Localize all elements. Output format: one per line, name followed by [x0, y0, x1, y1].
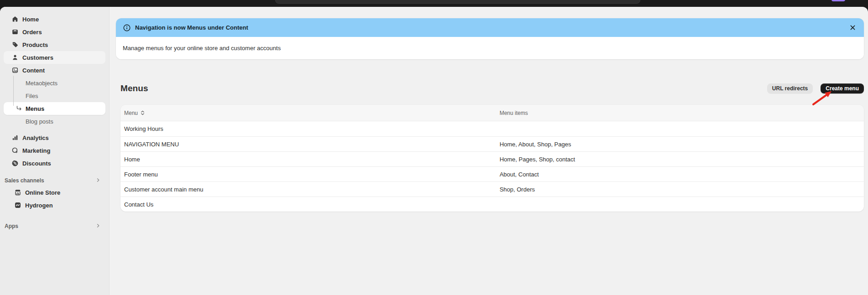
- sidebar-section-apps[interactable]: Apps: [4, 221, 105, 232]
- sidebar-item-label: Orders: [22, 29, 42, 36]
- sidebar-item-label: Products: [22, 41, 48, 48]
- section-label: Sales channels: [5, 177, 44, 184]
- sidebar-item-files[interactable]: Files: [4, 89, 105, 102]
- menu-items-cell: Home, About, Shop, Pages: [496, 141, 864, 148]
- table-header-row: Menu Menu items: [120, 105, 864, 121]
- table-row[interactable]: Customer account main menu Shop, Orders: [120, 181, 864, 197]
- app-frame: Home Orders Products Customers: [0, 7, 868, 295]
- nav-group-gap: [0, 128, 109, 131]
- sidebar-item-label: Files: [26, 93, 38, 99]
- menu-name-cell[interactable]: Contact Us: [120, 201, 496, 208]
- sidebar-item-hydrogen[interactable]: Hydrogen: [4, 199, 105, 212]
- sort-icon[interactable]: [140, 110, 145, 115]
- customers-icon: [11, 54, 19, 61]
- table-row[interactable]: Contact Us: [120, 197, 864, 212]
- menu-name-cell[interactable]: Customer account main menu: [120, 186, 496, 193]
- menus-table: Menu Menu items Working Hours NAVIGATION…: [120, 105, 864, 212]
- info-banner: Navigation is now Menus under Content Ma…: [116, 18, 864, 59]
- menu-name-cell[interactable]: Footer menu: [120, 171, 496, 178]
- sidebar-item-marketing[interactable]: Marketing: [4, 144, 105, 157]
- sidebar: Home Orders Products Customers: [0, 7, 110, 295]
- sidebar-item-orders[interactable]: Orders: [4, 26, 105, 38]
- table-row[interactable]: NAVIGATION MENU Home, About, Shop, Pages: [120, 136, 864, 151]
- url-redirects-button[interactable]: URL redirects: [767, 83, 813, 93]
- info-banner-header: Navigation is now Menus under Content: [116, 18, 864, 37]
- menu-items-cell: About, Contact: [496, 171, 864, 178]
- sidebar-item-label: Marketing: [22, 147, 50, 154]
- sidebar-item-label: Content: [22, 67, 45, 74]
- sidebar-item-label: Blog posts: [26, 118, 53, 125]
- online-store-icon: [14, 189, 21, 196]
- sidebar-item-online-store[interactable]: Online Store: [4, 186, 105, 199]
- content-icon: [11, 67, 19, 74]
- page-header: Menus URL redirects Create menu: [120, 82, 864, 94]
- menu-items-cell: Home, Pages, Shop, contact: [496, 156, 864, 163]
- info-icon: [123, 24, 131, 32]
- hydrogen-icon: [14, 202, 21, 209]
- submenu-arrow-icon: [16, 105, 23, 112]
- sidebar-item-products[interactable]: Products: [4, 38, 105, 51]
- column-header-menu[interactable]: Menu: [120, 110, 496, 116]
- sidebar-item-label: Online Store: [25, 189, 60, 196]
- menu-name-cell[interactable]: Working Hours: [120, 125, 496, 132]
- section-label: Apps: [5, 223, 18, 229]
- sidebar-item-home[interactable]: Home: [4, 13, 105, 26]
- table-row[interactable]: Working Hours: [120, 121, 864, 136]
- marketing-icon: [11, 147, 19, 154]
- top-bar: [0, 0, 868, 7]
- sidebar-item-label: Metaobjects: [26, 80, 58, 87]
- table-row[interactable]: Home Home, Pages, Shop, contact: [120, 151, 864, 166]
- home-icon: [11, 16, 19, 23]
- close-icon[interactable]: [848, 23, 857, 32]
- annotation-arrow: [809, 88, 834, 108]
- sidebar-item-label: Analytics: [22, 135, 49, 141]
- sidebar-item-label: Customers: [22, 54, 53, 61]
- sidebar-item-customers[interactable]: Customers: [4, 51, 105, 64]
- content-tree-line: [13, 76, 14, 106]
- sidebar-item-label: Hydrogen: [25, 202, 53, 209]
- banner-body-text: Manage menus for your online store and c…: [116, 37, 864, 59]
- sidebar-item-content[interactable]: Content: [4, 64, 105, 77]
- sidebar-item-metaobjects[interactable]: Metaobjects: [4, 77, 105, 89]
- sidebar-item-blog-posts[interactable]: Blog posts: [4, 115, 105, 128]
- table-row[interactable]: Footer menu About, Contact: [120, 166, 864, 181]
- main-area: Navigation is now Menus under Content Ma…: [110, 7, 868, 295]
- sidebar-item-analytics[interactable]: Analytics: [4, 131, 105, 144]
- avatar[interactable]: [831, 0, 845, 1]
- sidebar-item-label: Home: [22, 16, 39, 23]
- sidebar-section-sales-channels[interactable]: Sales channels: [4, 175, 105, 186]
- search-input[interactable]: [275, 0, 640, 4]
- banner-title: Navigation is now Menus under Content: [135, 24, 248, 31]
- chevron-right-icon: [95, 223, 101, 230]
- discounts-icon: [11, 160, 19, 167]
- sidebar-item-label: Discounts: [22, 160, 51, 167]
- sidebar-item-menus[interactable]: Menus: [4, 102, 105, 115]
- sidebar-item-discounts[interactable]: Discounts: [4, 157, 105, 170]
- menu-name-cell[interactable]: Home: [120, 156, 496, 163]
- analytics-icon: [11, 134, 19, 141]
- menu-items-cell: Shop, Orders: [496, 186, 864, 193]
- page-content: Menus URL redirects Create menu Menu Men: [120, 82, 864, 212]
- orders-icon: [11, 28, 19, 36]
- products-icon: [11, 41, 19, 48]
- page-title: Menus: [120, 83, 148, 93]
- chevron-right-icon: [95, 177, 101, 185]
- menu-name-cell[interactable]: NAVIGATION MENU: [120, 141, 496, 148]
- sidebar-item-label: Menus: [26, 105, 44, 112]
- column-header-menu-items: Menu items: [496, 110, 864, 116]
